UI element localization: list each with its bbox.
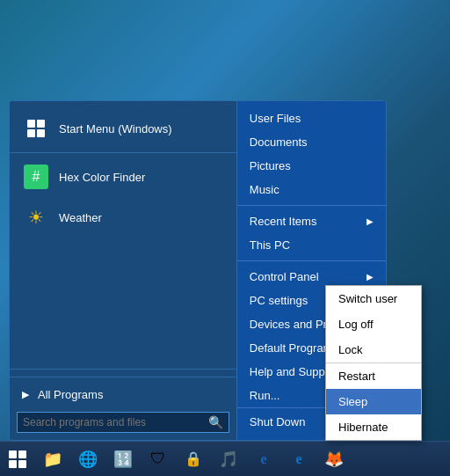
hex-item-label: Hex Color Finder bbox=[59, 171, 145, 184]
search-bar[interactable]: 🔍 bbox=[17, 412, 229, 433]
desktop: Start Menu (Windows) # Hex Color Finder … bbox=[0, 0, 450, 476]
taskbar: 📁 🌐 🔢 🛡 🔒 🎵 e e 🦊 bbox=[0, 441, 450, 476]
right-item-pictures[interactable]: Pictures bbox=[237, 154, 386, 178]
submenu-restart[interactable]: Restart bbox=[326, 363, 421, 389]
taskbar-antivirus[interactable]: 🛡 bbox=[141, 442, 176, 477]
start-button[interactable] bbox=[0, 442, 35, 477]
right-item-documents[interactable]: Documents bbox=[237, 130, 386, 154]
arrow-icon-2: ▶ bbox=[367, 272, 374, 282]
all-programs-label: All Programs bbox=[38, 388, 103, 401]
divider bbox=[10, 152, 236, 153]
submenu-log-off[interactable]: Log off bbox=[326, 311, 421, 337]
search-icon[interactable]: 🔍 bbox=[208, 415, 223, 429]
divider-2 bbox=[10, 377, 236, 377]
search-input[interactable] bbox=[23, 416, 208, 428]
start-menu-bottom: ▶ All Programs 🔍 bbox=[10, 369, 236, 440]
start-menu-item-label: Start Menu (Windows) bbox=[59, 122, 172, 135]
right-item-music[interactable]: Music bbox=[237, 178, 386, 201]
start-menu-left-panel: Start Menu (Windows) # Hex Color Finder … bbox=[10, 101, 237, 440]
divider-4 bbox=[237, 260, 386, 261]
submenu-hibernate[interactable]: Hibernate bbox=[326, 414, 421, 440]
start-menu-item-weather[interactable]: ☀ Weather bbox=[10, 197, 236, 238]
weather-sun-icon: ☀ bbox=[28, 207, 44, 228]
windows-logo-icon bbox=[27, 120, 45, 137]
arrow-icon: ▶ bbox=[22, 389, 29, 400]
right-item-user-files[interactable]: User Files bbox=[237, 106, 386, 130]
divider-3 bbox=[237, 205, 386, 206]
taskbar-media[interactable]: 🎵 bbox=[211, 442, 246, 477]
right-item-recent[interactable]: Recent Items ▶ bbox=[237, 209, 386, 233]
all-programs-button[interactable]: ▶ All Programs bbox=[10, 381, 236, 408]
submenu-switch-user[interactable]: Switch user bbox=[326, 286, 421, 311]
submenu-sleep[interactable]: Sleep bbox=[326, 389, 421, 414]
taskbar-calculator[interactable]: 🔢 bbox=[105, 442, 141, 477]
taskbar-firefox[interactable]: 🦊 bbox=[316, 442, 352, 477]
weather-icon: ☀ bbox=[22, 203, 50, 231]
start-menu-item-hex[interactable]: # Hex Color Finder bbox=[10, 157, 236, 197]
shutdown-submenu: Switch user Log off Lock Restart Sleep H… bbox=[325, 285, 422, 441]
taskbar-icons: 📁 🌐 🔢 🛡 🔒 🎵 e e 🦊 bbox=[35, 442, 352, 477]
hex-color-finder-icon: # bbox=[22, 163, 50, 191]
submenu-lock[interactable]: Lock bbox=[326, 337, 421, 362]
start-windows-logo bbox=[9, 450, 26, 468]
weather-item-label: Weather bbox=[59, 211, 102, 224]
arrow-icon: ▶ bbox=[367, 216, 374, 226]
start-icon bbox=[22, 114, 50, 143]
hex-app-icon: # bbox=[24, 165, 48, 189]
start-menu-pinned-items: Start Menu (Windows) # Hex Color Finder … bbox=[10, 101, 236, 369]
taskbar-security[interactable]: 🔒 bbox=[176, 442, 211, 477]
taskbar-browser[interactable]: 🌐 bbox=[70, 442, 105, 477]
taskbar-ie[interactable]: e bbox=[246, 442, 281, 477]
right-item-this-pc[interactable]: This PC bbox=[237, 233, 386, 257]
taskbar-file-explorer[interactable]: 📁 bbox=[35, 442, 70, 477]
taskbar-edge[interactable]: e bbox=[281, 442, 316, 477]
start-menu-item-start[interactable]: Start Menu (Windows) bbox=[10, 108, 236, 149]
